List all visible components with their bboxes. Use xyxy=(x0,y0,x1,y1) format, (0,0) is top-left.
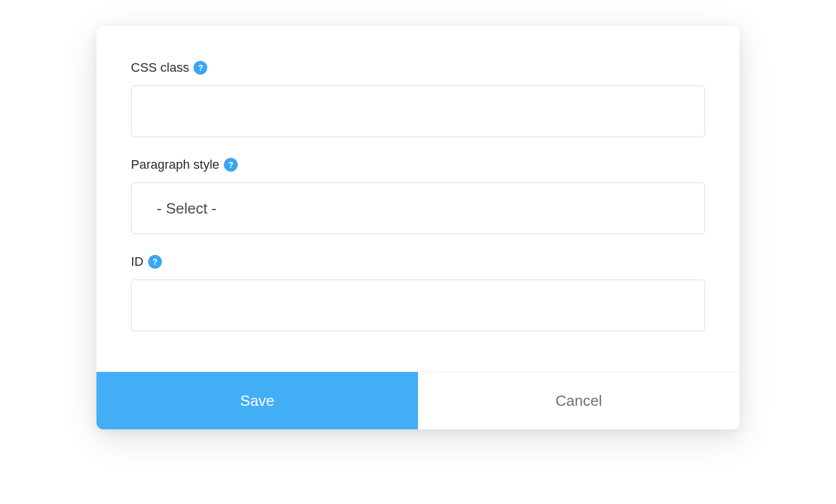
css-class-input[interactable] xyxy=(131,86,705,137)
paragraph-style-selected-value: - Select - xyxy=(157,200,216,218)
form-content: CSS class ? Paragraph style ? - Select -… xyxy=(96,26,740,371)
settings-modal: CSS class ? Paragraph style ? - Select -… xyxy=(96,26,740,429)
id-label: ID xyxy=(131,254,144,269)
paragraph-style-label-row: Paragraph style ? xyxy=(131,157,705,172)
id-group: ID ? xyxy=(131,254,705,331)
id-input[interactable] xyxy=(131,280,705,331)
id-help-icon[interactable]: ? xyxy=(148,255,162,269)
paragraph-style-help-icon[interactable]: ? xyxy=(224,158,238,172)
css-class-help-icon[interactable]: ? xyxy=(193,61,207,75)
save-button[interactable]: Save xyxy=(96,372,418,429)
paragraph-style-select[interactable]: - Select - xyxy=(131,183,705,234)
cancel-button[interactable]: Cancel xyxy=(418,372,740,429)
button-row: Save Cancel xyxy=(96,371,740,429)
paragraph-style-select-wrapper: - Select - xyxy=(131,183,705,234)
css-class-group: CSS class ? xyxy=(131,60,705,137)
css-class-label: CSS class xyxy=(131,60,189,75)
id-label-row: ID ? xyxy=(131,254,705,269)
paragraph-style-group: Paragraph style ? - Select - xyxy=(131,157,705,234)
paragraph-style-label: Paragraph style xyxy=(131,157,219,172)
css-class-label-row: CSS class ? xyxy=(131,60,705,75)
